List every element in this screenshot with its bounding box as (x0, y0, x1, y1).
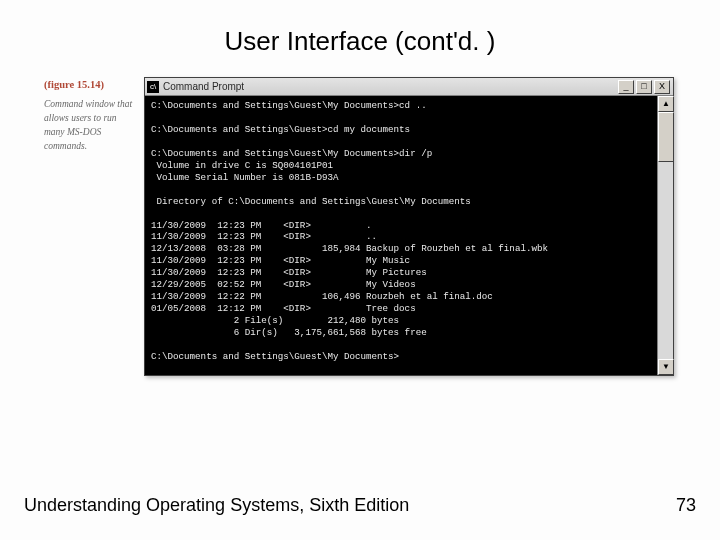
close-button[interactable]: X (654, 80, 670, 94)
terminal-output[interactable]: C:\Documents and Settings\Guest\My Docum… (145, 96, 657, 375)
maximize-button[interactable]: □ (636, 80, 652, 94)
figure-row: (figure 15.14) Command window that allow… (0, 77, 720, 376)
figure-caption: (figure 15.14) Command window that allow… (44, 77, 144, 153)
window-titlebar[interactable]: c\ Command Prompt _ □ X (145, 78, 673, 96)
app-icon: c\ (147, 81, 159, 93)
command-prompt-window: c\ Command Prompt _ □ X C:\Documents and… (144, 77, 674, 376)
slide-title: User Interface (cont'd. ) (0, 0, 720, 77)
window-title: Command Prompt (163, 81, 616, 92)
figure-number: (figure 15.14) (44, 77, 138, 92)
minimize-button[interactable]: _ (618, 80, 634, 94)
vertical-scrollbar[interactable]: ▲ ▼ (657, 96, 673, 375)
page-number: 73 (676, 495, 696, 516)
scroll-up-button[interactable]: ▲ (658, 96, 674, 112)
slide-footer: Understanding Operating Systems, Sixth E… (24, 495, 696, 516)
terminal-area: C:\Documents and Settings\Guest\My Docum… (145, 96, 673, 375)
footer-text: Understanding Operating Systems, Sixth E… (24, 495, 409, 516)
scrollbar-thumb[interactable] (658, 112, 674, 162)
figure-caption-text: Command window that allows users to run … (44, 99, 132, 150)
scroll-down-button[interactable]: ▼ (658, 359, 674, 375)
